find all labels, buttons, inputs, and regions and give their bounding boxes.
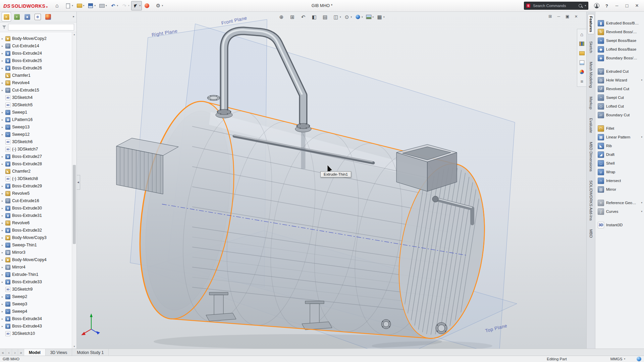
expand-arrow-icon[interactable]: ▸ [2, 192, 5, 195]
feature-command[interactable]: Hole Wizard ▾ [595, 76, 644, 84]
tree-item[interactable]: ▸ Mirror3 [0, 249, 72, 256]
view-tool-button[interactable]: ▾ [343, 13, 353, 20]
feature-command[interactable]: Shell ▾ [595, 159, 644, 168]
first-tab-icon[interactable] [0, 349, 6, 356]
dropdown-caret-icon[interactable]: ▾ [106, 4, 107, 7]
tree-item[interactable]: ▸ Boss-Extrude26 [0, 64, 72, 72]
dropdown-caret-icon[interactable]: ▾ [128, 4, 129, 7]
maximize-window-icon[interactable] [622, 1, 632, 10]
manager-tab[interactable] [12, 12, 21, 21]
view-tool-button[interactable]: ▾ [300, 13, 309, 20]
expand-arrow-icon[interactable]: ▸ [2, 89, 5, 92]
toolbar-button[interactable]: ▾ [98, 1, 108, 10]
expansion-box[interactable] [396, 144, 457, 191]
expand-arrow-icon[interactable]: ▸ [2, 266, 5, 269]
tree-item[interactable]: ▸ Revolve4 [0, 79, 72, 86]
commandmanager-tab[interactable]: MBD [588, 228, 594, 240]
next-tab-icon[interactable] [12, 349, 18, 356]
flyout-caret-icon[interactable]: ▾ [641, 79, 642, 81]
view-tool-button[interactable]: ▾ [376, 13, 385, 20]
dropdown-caret-icon[interactable]: ▾ [83, 4, 85, 7]
dropdown-caret-icon[interactable]: ▾ [72, 4, 73, 7]
commandmanager-tab[interactable]: SOLIDWORKS Add-Ins [588, 179, 594, 222]
search-caret-icon[interactable]: ▾ [585, 4, 586, 7]
toolbar-button[interactable]: ▾ [120, 1, 131, 10]
dropdown-caret-icon[interactable]: ▾ [162, 4, 163, 7]
expand-arrow-icon[interactable]: ▸ [2, 310, 5, 313]
tree-item[interactable]: ▸ Sweep-Thin1 [0, 241, 72, 249]
toolbar-button[interactable]: ▾ [64, 1, 74, 10]
minimize-window-icon[interactable] [612, 1, 622, 10]
tree-item[interactable]: ▸ Cut-Extrude14 [0, 42, 72, 50]
filter-funnel-icon[interactable] [2, 25, 6, 29]
manager-tab[interactable] [43, 12, 53, 21]
tree-item[interactable]: ▸ Boss-Extrude25 [0, 57, 72, 64]
document-tab[interactable]: Motion Study 1 [72, 349, 109, 356]
expand-arrow-icon[interactable]: ▸ [2, 258, 5, 261]
tree-item[interactable]: ▸ Cut-Extrude16 [0, 197, 72, 204]
view-tool-button[interactable]: ▾ [321, 13, 330, 20]
expand-arrow-icon[interactable]: ▸ [2, 317, 5, 320]
feature-command[interactable]: Revolved Boss/Base ▾ [595, 27, 644, 36]
feature-command[interactable]: Instant3D ▾ [595, 221, 644, 229]
tree-item[interactable]: ▸ Boss-Extrude27 [0, 153, 72, 160]
dropdown-caret-icon[interactable]: ▾ [94, 4, 96, 7]
tree-item[interactable]: ▸ Chamfer1 [0, 72, 72, 79]
search-input[interactable] [532, 3, 577, 8]
manager-tab[interactable] [33, 12, 42, 21]
manager-tab[interactable] [22, 12, 32, 21]
tree-item[interactable]: ▸ Boss-Extrude32 [0, 227, 72, 234]
toolbar-button[interactable]: ▾ [75, 1, 86, 10]
tree-item[interactable]: ▸ Sweep3 [0, 300, 72, 308]
view-tool-button[interactable]: ▾ [289, 13, 298, 20]
tree-item[interactable]: ▸ Boss-Extrude33 [0, 278, 72, 286]
close-window-icon[interactable] [632, 1, 642, 10]
tree-item[interactable]: ▸ Body-Move/Copy4 [0, 256, 72, 263]
expand-arrow-icon[interactable]: ▸ [2, 229, 5, 232]
toolbar-button[interactable]: ▾ [86, 1, 97, 10]
expand-arrow-icon[interactable]: ▸ [2, 118, 5, 121]
scroll-down-icon[interactable]: ▼ [72, 344, 76, 349]
commandmanager-tab[interactable]: Features [588, 14, 594, 34]
tree-item[interactable]: ▸ 3DSketch10 [0, 330, 72, 337]
dropdown-caret-icon[interactable]: ▾ [139, 4, 141, 7]
tree-item[interactable]: ▸ Boss-Extrude28 [0, 160, 72, 168]
expand-arrow-icon[interactable]: ▸ [2, 251, 5, 254]
feature-command[interactable]: Wrap ▾ [595, 168, 644, 176]
view-tool-button[interactable]: ▾ [365, 13, 374, 20]
expand-arrow-icon[interactable]: ▸ [2, 126, 5, 129]
feature-command[interactable]: Swept Cut ▾ [595, 93, 644, 102]
expand-arrow-icon[interactable]: ▸ [2, 303, 5, 306]
tree-item[interactable]: ▸ Sweep13 [0, 123, 72, 131]
panel-splitter-handle[interactable]: ◀ [76, 175, 80, 190]
feature-command[interactable]: Rib ▾ [595, 141, 644, 150]
scrollbar-thumb[interactable] [73, 165, 76, 244]
tree-item[interactable]: ▸ (-) 3DSketch7 [0, 145, 72, 153]
tree-item[interactable]: ▸ Cut-Extrude15 [0, 86, 72, 94]
expand-arrow-icon[interactable]: ▸ [2, 273, 5, 276]
units-selector[interactable]: MMGS ▾ [610, 357, 625, 361]
expand-arrow-icon[interactable]: ▸ [2, 199, 5, 202]
feature-command[interactable]: Mirror ▾ [595, 185, 644, 194]
expand-arrow-icon[interactable]: ▸ [2, 281, 5, 284]
tree-filter-input[interactable] [8, 24, 74, 31]
feature-command[interactable]: Draft ▾ [595, 150, 644, 159]
expand-arrow-icon[interactable]: ▸ [2, 111, 5, 114]
feature-command[interactable]: Lofted Cut ▾ [595, 102, 644, 111]
toolbar-button[interactable]: ▾ [131, 1, 142, 10]
dropdown-caret-icon[interactable]: ▾ [351, 16, 352, 18]
tree-item[interactable]: ▸ Boss-Extrude43 [0, 322, 72, 330]
expand-arrow-icon[interactable]: ▸ [2, 222, 5, 225]
feature-command[interactable]: Revolved Cut ▾ [595, 84, 644, 93]
toolbar-button[interactable]: ▾ [143, 1, 153, 10]
commandmanager-tab[interactable]: Markup [588, 95, 594, 111]
expand-arrow-icon[interactable]: ▸ [2, 45, 5, 48]
task-pane-button[interactable] [578, 77, 586, 85]
3d-viewport[interactable]: Front Plane Right Plane Top Plane [76, 11, 586, 349]
toolbar-button[interactable]: ▾ [53, 1, 63, 10]
view-tool-button[interactable]: ▾ [354, 13, 363, 20]
expand-arrow-icon[interactable]: ▸ [2, 214, 5, 217]
tree-item[interactable]: ▸ (-) 3DSketch8 [0, 175, 72, 182]
expand-panel-icon[interactable]: ▸ [71, 15, 76, 18]
expand-arrow-icon[interactable]: ▸ [2, 155, 5, 158]
